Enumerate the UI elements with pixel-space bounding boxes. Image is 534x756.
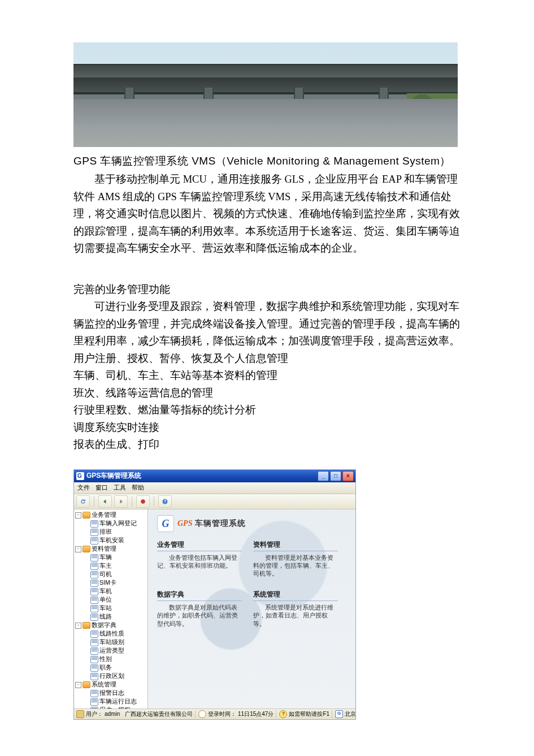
document-icon xyxy=(90,639,98,646)
document-icon xyxy=(90,563,98,570)
tree-item[interactable]: 车辆运行日志 xyxy=(75,698,147,706)
tree-item-label: 运营类型 xyxy=(99,647,124,655)
tree-item-label: 排班 xyxy=(99,528,112,536)
card-title: 资料管理 xyxy=(253,540,338,551)
tree-item[interactable]: 车主 xyxy=(75,562,147,571)
tree-item-label: 业务管理 xyxy=(92,511,116,519)
feature-line: 用户注册、授权、暂停、恢复及个人信息管理 xyxy=(73,350,461,368)
tree-item[interactable]: 车站 xyxy=(75,604,147,613)
feature-line: 调度系统实时连接 xyxy=(73,419,461,437)
document-icon xyxy=(90,690,98,697)
tree-item-label: 单位 xyxy=(99,596,112,604)
maximize-button[interactable]: □ xyxy=(330,471,341,481)
clock-icon xyxy=(198,710,206,718)
tree-item-label: 资料管理 xyxy=(92,545,116,553)
menu-help[interactable]: 帮助 xyxy=(132,483,144,492)
folder-icon xyxy=(83,622,90,629)
document-icon xyxy=(90,597,98,604)
tree-item-label: 车辆入网登记 xyxy=(99,520,137,528)
tree-item-label: 性别 xyxy=(99,655,112,663)
toolbar-refresh-button[interactable] xyxy=(76,495,90,508)
tree-item-label: 车辆运行日志 xyxy=(99,698,137,706)
tree-item[interactable]: 线路 xyxy=(75,613,147,621)
tree-item[interactable]: 排班 xyxy=(75,528,147,537)
document-icon xyxy=(90,664,98,672)
tree-group[interactable]: -系统管理 xyxy=(75,681,147,689)
menu-tools[interactable]: 工具 xyxy=(114,483,126,492)
tree-item[interactable]: 报警日志 xyxy=(75,689,147,698)
expand-toggle-icon[interactable]: - xyxy=(75,512,81,519)
toolbar-help-button[interactable]: ? xyxy=(158,495,172,508)
tree-item[interactable]: 车辆入网登记 xyxy=(75,520,147,528)
tree-item[interactable]: 线路性质 xyxy=(75,630,147,638)
tree-item[interactable]: SIM卡 xyxy=(75,579,147,587)
toolbar-stop-button[interactable] xyxy=(136,495,150,508)
document-icon xyxy=(90,580,98,587)
section2-paragraph: 可进行业务受理及跟踪，资料管理，数据字典维护和系统管理功能，实现对车辆监控的业务… xyxy=(73,298,461,350)
menu-bar: 文件 窗口 工具 帮助 xyxy=(74,482,355,494)
expand-toggle-icon[interactable]: - xyxy=(75,623,81,629)
tree-item[interactable]: 司机 xyxy=(75,571,147,579)
expand-toggle-icon[interactable]: - xyxy=(75,682,81,688)
tree-item-label: 报警日志 xyxy=(99,689,124,697)
tree-item-label: 系统管理 xyxy=(92,681,116,689)
tree-item-label: SIM卡 xyxy=(99,579,116,587)
tree-item-label: 车站 xyxy=(99,604,112,612)
status-user-value: admin xyxy=(105,711,120,717)
tree-item[interactable]: 单位 xyxy=(75,596,147,604)
dashboard-card[interactable]: 数据字典数据字典是对原始代码表的维护，如职务代码、运营类型代码等。 xyxy=(157,590,242,628)
svg-text:?: ? xyxy=(164,499,166,503)
dashboard-card[interactable]: 业务管理业务管理包括车辆入网登记、车机安装和排班功能。 xyxy=(157,540,242,578)
document-icon xyxy=(90,605,98,612)
svg-point-0 xyxy=(141,499,145,504)
stop-icon xyxy=(140,498,146,505)
status-bar: 用户： admin 广西超大运输责任有限公司 登录时间： 11日15点47分 ?… xyxy=(74,709,355,719)
dashboard-card[interactable]: 资料管理资料管理是对基本业务资料的管理，包括车辆、车主、司机等。 xyxy=(253,540,338,578)
status-login-value: 11日15点47分 xyxy=(238,710,273,718)
feature-line: 报表的生成、打印 xyxy=(73,436,461,453)
tree-group[interactable]: -业务管理 xyxy=(75,511,147,520)
status-vendor: 北京国通信息系统有限公司 xyxy=(345,710,355,718)
nav-tree[interactable]: -业务管理车辆入网登记排班车机安装-资料管理车辆车主司机SIM卡车机单位车站线路… xyxy=(74,509,148,709)
document-icon xyxy=(90,571,98,578)
tree-item-label: 司机 xyxy=(99,571,112,578)
tree-item[interactable]: 行政区划 xyxy=(75,672,147,681)
menu-file[interactable]: 文件 xyxy=(77,483,90,492)
toolbar-forward-button[interactable] xyxy=(114,495,128,508)
document-icon xyxy=(90,529,98,536)
window-title: GPS车辆管理系统 xyxy=(86,471,141,481)
tree-item[interactable]: 运营类型 xyxy=(75,647,147,655)
document-icon xyxy=(90,673,98,680)
close-button[interactable]: × xyxy=(342,471,354,481)
menu-window[interactable]: 窗口 xyxy=(95,483,108,492)
tree-group[interactable]: -资料管理 xyxy=(75,545,147,554)
tree-item[interactable]: 用户、授权 xyxy=(75,706,147,709)
folder-icon xyxy=(83,681,90,688)
app-header-title: GPS 车辆管理系统 xyxy=(177,519,246,529)
document-icon xyxy=(90,630,98,638)
status-login-label: 登录时间： xyxy=(208,710,236,718)
toolbar-back-button[interactable] xyxy=(98,495,112,508)
window-titlebar[interactable]: GPS车辆管理系统 _ □ × xyxy=(74,470,355,482)
tree-item-label: 车辆 xyxy=(99,554,112,561)
back-icon xyxy=(102,498,108,505)
tree-item[interactable]: 车辆 xyxy=(75,554,147,562)
tree-item[interactable]: 车机安装 xyxy=(75,537,147,545)
tree-item-label: 车机安装 xyxy=(99,537,124,545)
section2-title: 完善的业务管理功能 xyxy=(73,281,461,299)
user-icon xyxy=(76,710,84,718)
document-icon xyxy=(90,707,98,709)
tree-item[interactable]: 车机 xyxy=(75,587,147,596)
dashboard-card[interactable]: 系统管理系统管理是对系统进行维护，如查看日志、用户授权等。 xyxy=(253,590,338,628)
feature-line: 班次、线路等运营信息的管理 xyxy=(73,385,461,402)
card-title: 数据字典 xyxy=(157,590,242,601)
expand-toggle-icon[interactable]: - xyxy=(75,546,81,552)
tree-item[interactable]: 性别 xyxy=(75,655,147,664)
minimize-button[interactable]: _ xyxy=(318,471,329,481)
refresh-icon xyxy=(80,498,86,505)
card-description: 业务管理包括车辆入网登记、车机安装和排班功能。 xyxy=(157,554,242,569)
tree-item[interactable]: 车站级别 xyxy=(75,638,147,647)
tree-item[interactable]: 职务 xyxy=(75,664,147,672)
tree-group[interactable]: -数据字典 xyxy=(75,621,147,630)
forward-icon xyxy=(118,498,124,505)
